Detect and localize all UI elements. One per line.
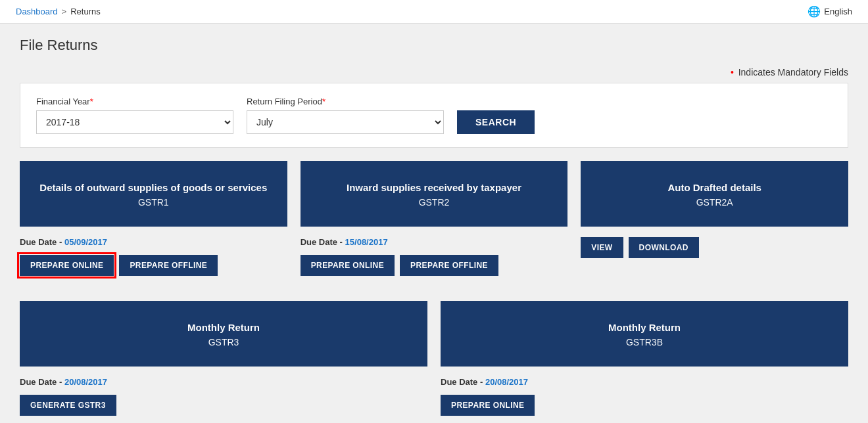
gstr3-generate-button[interactable]: GENERATE GSTR3 [20,395,116,416]
card-gstr2-subtitle: GSTR2 [419,197,450,208]
card-gstr2-title: Inward supplies received by taxpayer [347,181,521,194]
gstr3b-prepare-online-button[interactable]: PREPARE ONLINE [441,395,535,416]
card-gstr2-header: Inward supplies received by taxpayer GST… [301,161,568,227]
page-title: File Returns [20,37,848,54]
card-gstr3b: Monthly Return GSTR3B Due Date - 20/08/2… [441,301,848,421]
card-gstr2a-subtitle: GSTR2A [696,197,733,208]
card-gstr2a-title: Auto Drafted details [667,181,761,194]
card-gstr2-due-date-value: 15/08/2017 [345,237,388,247]
globe-icon: 🌐 [808,5,821,18]
card-gstr1-title: Details of outward supplies of goods or … [39,181,267,194]
card-gstr3-due-date-value: 20/08/2017 [64,377,107,387]
card-gstr3b-header: Monthly Return GSTR3B [441,301,848,367]
breadcrumb-current: Returns [70,7,101,16]
card-gstr1-body: Due Date - 05/09/2017 PREPARE ONLINE PRE… [20,227,287,281]
gstr2a-view-button[interactable]: VIEW [581,237,623,258]
card-gstr3-due-date: Due Date - 20/08/2017 [20,377,427,387]
dashboard-link[interactable]: Dashboard [16,7,58,16]
gstr1-prepare-offline-button[interactable]: PREPARE OFFLINE [119,255,218,276]
mandatory-note-row: • Indicates Mandatory Fields [20,67,848,78]
card-gstr3-buttons: GENERATE GSTR3 [20,395,427,416]
card-gstr3-subtitle: GSTR3 [208,337,239,347]
card-gstr1: Details of outward supplies of goods or … [20,161,287,281]
card-gstr1-due-date-value: 05/09/2017 [64,237,107,247]
return-period-select[interactable]: JanuaryFebruaryMarch AprilMayJune JulyAu… [247,110,444,134]
breadcrumb: Dashboard > Returns [16,7,101,16]
language-label: English [824,7,852,16]
gstr1-prepare-online-button[interactable]: PREPARE ONLINE [20,255,114,276]
gstr2a-download-button[interactable]: DOWNLOAD [629,237,699,258]
card-gstr2-due-date: Due Date - 15/08/2017 [301,237,568,247]
breadcrumb-separator: > [62,7,67,16]
mandatory-note: Indicates Mandatory Fields [738,67,848,78]
form-section: Financial Year* 2017-18 2016-17 2018-19 … [20,83,848,148]
card-gstr3b-subtitle: GSTR3B [626,337,663,347]
return-period-label: Return Filing Period* [247,97,444,106]
card-gstr3-title: Monthly Return [187,321,260,334]
bottom-cards-row: Monthly Return GSTR3 Due Date - 20/08/20… [20,301,848,421]
gstr2-prepare-offline-button[interactable]: PREPARE OFFLINE [400,255,498,276]
card-gstr2a-body: VIEW DOWNLOAD [581,227,848,263]
page-container: File Returns • Indicates Mandatory Field… [0,24,868,423]
card-gstr3b-body: Due Date - 20/08/2017 PREPARE ONLINE [441,367,848,421]
top-bar: Dashboard > Returns 🌐 English [0,0,868,24]
card-gstr3b-due-date-value: 20/08/2017 [485,377,528,387]
top-cards-row: Details of outward supplies of goods or … [20,161,848,281]
financial-year-label: Financial Year* [36,97,233,106]
card-gstr2: Inward supplies received by taxpayer GST… [301,161,568,281]
financial-year-field: Financial Year* 2017-18 2016-17 2018-19 [36,97,233,134]
search-button[interactable]: SEARCH [457,110,535,134]
card-gstr2-body: Due Date - 15/08/2017 PREPARE ONLINE PRE… [301,227,568,281]
mandatory-dot: • [731,67,734,78]
return-period-field: Return Filing Period* JanuaryFebruaryMar… [247,97,444,134]
card-gstr2a-header: Auto Drafted details GSTR2A [581,161,848,227]
card-gstr3-body: Due Date - 20/08/2017 GENERATE GSTR3 [20,367,427,421]
card-gstr3b-buttons: PREPARE ONLINE [441,395,848,416]
card-gstr3: Monthly Return GSTR3 Due Date - 20/08/20… [20,301,427,421]
financial-year-select[interactable]: 2017-18 2016-17 2018-19 [36,110,233,134]
card-gstr2a-buttons: VIEW DOWNLOAD [581,237,848,258]
card-gstr1-header: Details of outward supplies of goods or … [20,161,287,227]
card-gstr2-buttons: PREPARE ONLINE PREPARE OFFLINE [301,255,568,276]
gstr2-prepare-online-button[interactable]: PREPARE ONLINE [301,255,395,276]
card-gstr1-subtitle: GSTR1 [138,197,169,208]
card-gstr3b-title: Monthly Return [608,321,681,334]
card-gstr3b-due-date: Due Date - 20/08/2017 [441,377,848,387]
card-gstr3-header: Monthly Return GSTR3 [20,301,427,367]
card-gstr2a: Auto Drafted details GSTR2A VIEW DOWNLOA… [581,161,848,281]
card-gstr1-buttons: PREPARE ONLINE PREPARE OFFLINE [20,255,287,276]
card-gstr1-due-date: Due Date - 05/09/2017 [20,237,287,247]
language-selector[interactable]: 🌐 English [808,5,852,18]
